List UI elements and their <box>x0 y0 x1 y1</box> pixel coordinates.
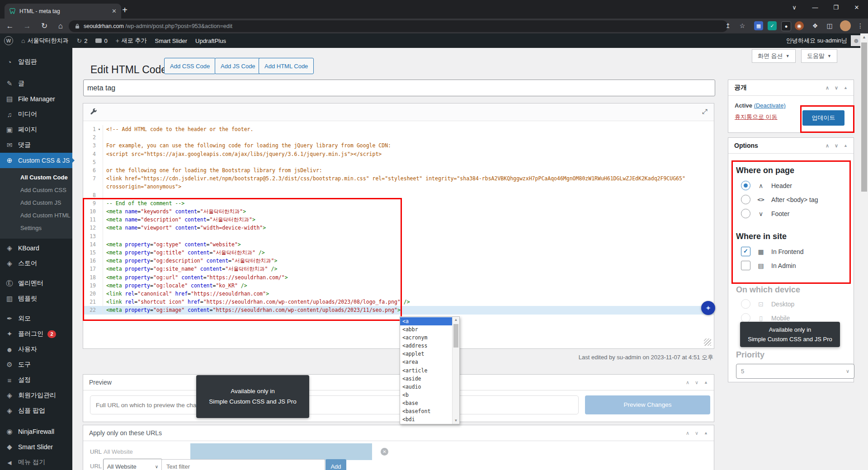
trash-link[interactable]: 휴지통으로 이동 <box>735 113 778 121</box>
browser-menu-icon[interactable]: ⋮ <box>854 20 866 32</box>
window-dropdown-icon[interactable]: ∨ <box>784 0 805 15</box>
autocomplete-item[interactable]: <basefont <box>400 407 452 415</box>
sidebar-item-file-manager[interactable]: ▤ File Manager <box>0 91 72 107</box>
sidebar-item-templates[interactable]: ▥ 템플릿 <box>0 291 72 306</box>
fold-gutter[interactable] <box>96 158 103 166</box>
sidebar-item-membership[interactable]: ◈ 회원가입관리 <box>0 388 72 403</box>
code-line-21[interactable]: 21 <link rel="shortcut icon" href="https… <box>83 298 714 306</box>
sidebar-item-posts[interactable]: ✎ 글 <box>0 76 72 91</box>
code-line-11[interactable]: 11 <meta name="description" content="서울닥… <box>83 216 714 224</box>
add-css-code-button[interactable]: Add CSS Code <box>164 58 216 74</box>
window-scrollbar[interactable]: ▲ <box>860 33 868 470</box>
extension-icon-1[interactable]: ▦ <box>754 21 763 30</box>
line-number[interactable]: 13 <box>83 232 96 240</box>
code-line-16[interactable]: 16 <meta property="og:description" conte… <box>83 257 714 265</box>
sidebar-item-add-custom-css[interactable]: Add Custom CSS <box>0 184 72 197</box>
sidebar-item-smart-slider[interactable]: ◆ Smart Slider <box>0 439 72 455</box>
move-down-icon[interactable]: ∨ <box>695 430 698 436</box>
move-up-icon[interactable]: ∧ <box>686 430 689 436</box>
fold-gutter[interactable] <box>96 249 103 257</box>
code-area[interactable]: 1 ▾ <!-- Add HTML code to the header or … <box>83 121 714 338</box>
wrench-icon[interactable] <box>90 108 98 116</box>
sidebar-item-users[interactable]: ☻ 사용자 <box>0 342 72 357</box>
radio-option-desktop[interactable]: ⊡ Desktop <box>741 299 794 309</box>
autocomplete-scrollbar[interactable]: ▲ ▼ <box>452 317 459 424</box>
code-line-14[interactable]: 14 <meta property="og:type" content="web… <box>83 240 714 249</box>
code-line-6[interactable]: 6 or the following one for loading the B… <box>83 166 714 174</box>
fold-gutter[interactable] <box>96 273 103 282</box>
admin-bar-updates[interactable]: ↻ 2 <box>72 33 91 48</box>
line-number[interactable]: 14 <box>83 240 96 249</box>
admin-bar-smart-slider[interactable]: Smart Slider <box>151 33 191 48</box>
back-icon[interactable]: ← <box>4 20 16 33</box>
window-minimize-button[interactable]: — <box>805 0 826 15</box>
code-title-input[interactable] <box>83 80 715 96</box>
fold-gutter[interactable] <box>96 224 103 232</box>
url-rule-chip[interactable] <box>190 443 372 460</box>
scrollbar-thumb[interactable] <box>861 42 867 192</box>
line-number[interactable]: 10 <box>83 207 96 216</box>
sidebar-item-elementor[interactable]: Ⓔ 엘리멘터 <box>0 276 72 291</box>
admin-bar-updraftplus[interactable]: UpdraftPlus <box>191 33 230 48</box>
line-number[interactable]: 9 <box>83 199 96 207</box>
code-line-18[interactable]: 18 <meta property="og:url" content="http… <box>83 273 714 282</box>
preview-panel-header[interactable]: Preview ∧ ∨ ▲ <box>83 375 714 390</box>
code-line-2[interactable]: 2 <box>83 133 714 141</box>
move-up-icon[interactable]: ∧ <box>826 85 829 91</box>
sidebar-item-tools[interactable]: ⚙ 도구 <box>0 357 72 372</box>
fullscreen-icon[interactable]: ⤢ <box>702 108 708 116</box>
line-number[interactable]: 2 <box>83 133 96 141</box>
code-line-10[interactable]: 10 <meta name="keywords" content="서울닥터한치… <box>83 207 714 216</box>
code-line-22[interactable]: 22 <meta property="og:image" content="ht… <box>83 306 714 314</box>
autocomplete-item[interactable]: <abbr <box>400 325 452 334</box>
browser-profile-avatar[interactable] <box>840 20 851 31</box>
autocomplete-item[interactable]: <bdi <box>400 415 452 423</box>
radio-icon[interactable] <box>741 181 750 190</box>
forward-icon[interactable]: → <box>21 20 33 33</box>
autocomplete-item[interactable]: <article <box>400 367 452 375</box>
scroll-up-icon[interactable]: ▲ <box>860 33 868 41</box>
fold-gutter[interactable]: ▾ <box>96 125 103 133</box>
sidebar-panel-icon[interactable]: ◫ <box>824 20 835 32</box>
publish-panel-header[interactable]: 공개 ∧ ∨ ▲ <box>728 80 854 96</box>
line-number[interactable]: 8 <box>83 191 96 199</box>
fold-gutter[interactable] <box>96 141 103 150</box>
sidebar-item-custom-css-js[interactable]: ⊕ Custom CSS & JS <box>0 153 72 168</box>
checkbox-icon[interactable]: ✓ <box>741 247 750 256</box>
code-line-4[interactable]: 4 <script src="https://ajax.googleapis.c… <box>83 150 714 158</box>
options-panel-header[interactable]: Options ∧ ∨ ▲ <box>728 138 854 154</box>
sidebar-item-settings[interactable]: Settings <box>0 222 72 235</box>
code-line-20[interactable]: 20 <link rel="canonical" href="https://s… <box>83 290 714 298</box>
priority-select[interactable]: 5 ∨ <box>736 364 854 379</box>
line-number[interactable]: 12 <box>83 224 96 232</box>
autocomplete-item[interactable]: <audio <box>400 383 452 391</box>
line-number[interactable]: 3 <box>83 141 96 150</box>
radio-icon[interactable] <box>741 209 750 218</box>
radio-icon[interactable] <box>741 313 750 323</box>
autocomplete-item[interactable]: <acronym <box>400 334 452 342</box>
sidebar-item-add-custom-html[interactable]: Add Custom HTML <box>0 209 72 222</box>
sidebar-item-store[interactable]: ◈ 스토어 <box>0 256 72 271</box>
checkbox-option-in-frontend[interactable]: ✓ ▦ In Frontend <box>741 247 804 256</box>
line-number[interactable]: 15 <box>83 249 96 257</box>
home-icon[interactable]: ⌂ <box>54 20 67 33</box>
autocomplete-item[interactable]: <a <box>400 317 452 325</box>
move-down-icon[interactable]: ∨ <box>835 85 838 91</box>
fold-gutter[interactable] <box>96 150 103 158</box>
code-line-19[interactable]: 19 <meta property="og:locale" content="k… <box>83 282 714 290</box>
fold-gutter[interactable] <box>96 298 103 306</box>
radio-icon[interactable] <box>741 299 750 309</box>
move-down-icon[interactable]: ∨ <box>695 380 698 385</box>
fold-gutter[interactable] <box>96 133 103 141</box>
code-line-8[interactable]: 8 <box>83 191 714 199</box>
line-number[interactable]: 4 <box>83 150 96 158</box>
fold-gutter[interactable] <box>96 257 103 265</box>
code-line-5[interactable]: 5 <box>83 158 714 166</box>
line-number[interactable]: 18 <box>83 273 96 282</box>
fold-gutter[interactable] <box>96 166 103 174</box>
code-line-12[interactable]: 12 <meta name="viewport" content="width=… <box>83 224 714 232</box>
admin-bar-site-link[interactable]: ⌂ 서울닥터한치과 <box>17 33 72 48</box>
sidebar-item-all-custom-code[interactable]: All Custom Code <box>0 171 72 184</box>
code-line-13[interactable]: 13 <box>83 232 714 240</box>
code-line-7[interactable]: 7 <link href="https://cdn.jsdelivr.net/n… <box>83 174 714 191</box>
